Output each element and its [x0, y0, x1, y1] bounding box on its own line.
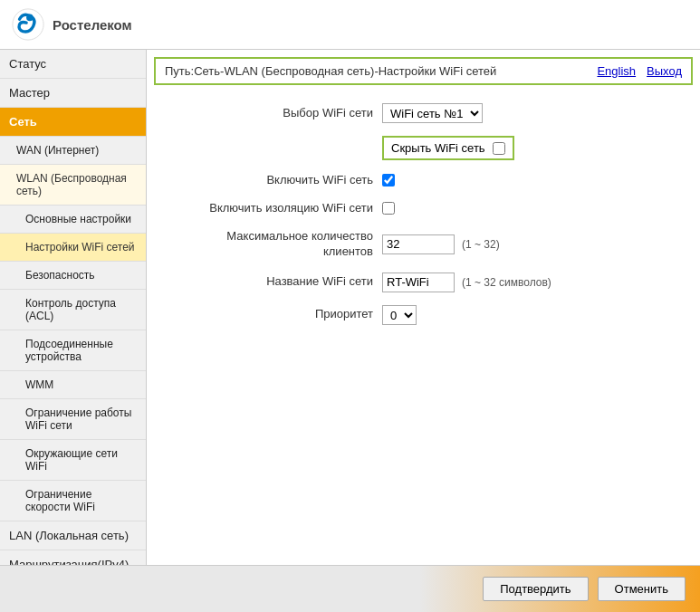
svg-point-1: [26, 14, 34, 22]
sidebar-item-route4[interactable]: Маршрутизация(IPv4): [0, 550, 146, 565]
hide-wifi-label-text: Скрыть WiFi сеть: [391, 141, 485, 155]
sidebar-item-basic[interactable]: Основные настройки: [0, 206, 146, 234]
priority-control: 0 1 2 3: [382, 305, 417, 325]
enable-wifi-row: Включить WiFi сеть: [174, 173, 673, 188]
sidebar-item-nearby[interactable]: Окружающие сети WiFi: [0, 440, 146, 481]
max-clients-hint: (1 ~ 32): [462, 238, 500, 251]
language-link[interactable]: English: [597, 64, 636, 78]
sidebar-item-network[interactable]: Сеть: [0, 108, 146, 137]
wifi-select-dropdown[interactable]: WiFi сеть №1 WiFi сеть №2 WiFi сеть №3: [382, 103, 483, 123]
sidebar-item-wlan[interactable]: WLAN (Беспроводная сеть): [0, 165, 146, 206]
hide-wifi-row: Скрыть WiFi сеть: [174, 136, 673, 160]
wifi-name-label: Название WiFi сети: [174, 274, 373, 290]
enable-wifi-control: [382, 174, 395, 186]
sidebar-item-schedule[interactable]: Ограничение работы WiFi сети: [0, 399, 146, 440]
sidebar-item-security[interactable]: Безопасность: [0, 262, 146, 290]
priority-label: Приоритет: [174, 307, 373, 322]
priority-row: Приоритет 0 1 2 3: [174, 305, 673, 325]
sidebar-item-wifi-settings[interactable]: Настройки WiFi сетей: [0, 234, 146, 262]
confirm-button[interactable]: Подтвердить: [483, 577, 588, 601]
content-area: Путь:Сеть-WLAN (Беспроводная сеть)-Настр…: [147, 50, 700, 565]
max-clients-label: Максимальное количество клиентов: [174, 229, 373, 260]
cancel-button[interactable]: Отменить: [598, 577, 686, 601]
enable-wifi-checkbox[interactable]: [382, 174, 395, 186]
isolate-wifi-row: Включить изоляцию WiFi сети: [174, 201, 673, 216]
sidebar: Статус Мастер Сеть WAN (Интернет) WLAN (…: [0, 50, 147, 565]
breadcrumb-actions: English Выход: [597, 64, 682, 78]
sidebar-item-lan[interactable]: LAN (Локальная сеть): [0, 521, 146, 550]
max-clients-row: Максимальное количество клиентов (1 ~ 32…: [174, 229, 673, 260]
logo-text: Ростелеком: [53, 17, 132, 33]
wifi-name-control: (1 ~ 32 символов): [382, 273, 551, 292]
sidebar-item-wmm[interactable]: WMM: [0, 371, 146, 399]
sidebar-item-wan[interactable]: WAN (Интернет): [0, 137, 146, 165]
wifi-name-hint: (1 ~ 32 символов): [462, 276, 551, 289]
logout-link[interactable]: Выход: [647, 64, 682, 78]
header: Ростелеком: [0, 0, 700, 50]
sidebar-item-acl[interactable]: Контроль доступа (ACL): [0, 290, 146, 330]
logo-icon: [11, 7, 45, 42]
wifi-select-label: Выбор WiFi сети: [174, 106, 373, 121]
isolate-wifi-checkbox[interactable]: [382, 202, 395, 215]
main-layout: Статус Мастер Сеть WAN (Интернет) WLAN (…: [0, 50, 700, 565]
max-clients-input[interactable]: [382, 234, 455, 254]
hide-wifi-checkbox[interactable]: [493, 142, 505, 155]
enable-wifi-label: Включить WiFi сеть: [174, 173, 373, 188]
sidebar-item-status[interactable]: Статус: [0, 50, 146, 79]
wifi-select-row: Выбор WiFi сети WiFi сеть №1 WiFi сеть №…: [174, 103, 673, 123]
sidebar-item-speed[interactable]: Ограничение скорости WiFi: [0, 481, 146, 521]
isolate-wifi-control: [382, 202, 395, 215]
wifi-name-input[interactable]: [382, 273, 455, 292]
form-area: Выбор WiFi сети WiFi сеть №1 WiFi сеть №…: [147, 85, 700, 565]
wifi-name-row: Название WiFi сети (1 ~ 32 символов): [174, 273, 673, 292]
max-clients-control: (1 ~ 32): [382, 234, 500, 254]
breadcrumb-bar: Путь:Сеть-WLAN (Беспроводная сеть)-Настр…: [154, 57, 693, 85]
wifi-select-control: WiFi сеть №1 WiFi сеть №2 WiFi сеть №3: [382, 103, 483, 123]
priority-dropdown[interactable]: 0 1 2 3: [382, 305, 417, 325]
sidebar-item-connected[interactable]: Подсоединенные устройства: [0, 330, 146, 371]
logo: Ростелеком: [11, 7, 132, 42]
breadcrumb-text: Путь:Сеть-WLAN (Беспроводная сеть)-Настр…: [165, 64, 496, 78]
isolate-wifi-label: Включить изоляцию WiFi сети: [174, 201, 373, 216]
hide-wifi-highlighted: Скрыть WiFi сеть: [382, 136, 514, 160]
sidebar-item-master[interactable]: Мастер: [0, 79, 146, 108]
footer: Подтвердить Отменить: [0, 565, 700, 612]
